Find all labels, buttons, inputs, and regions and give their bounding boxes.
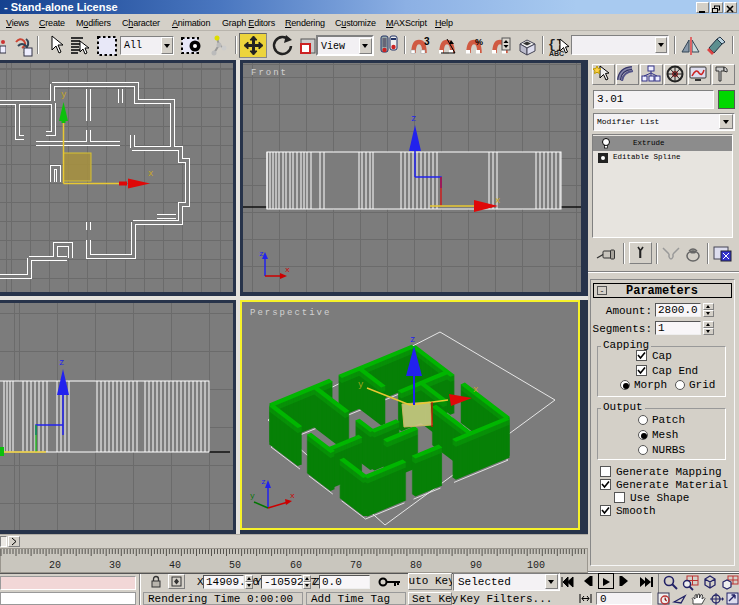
svg-text:x: x <box>148 169 153 179</box>
svg-text:y: y <box>61 90 67 100</box>
svg-text:%: % <box>475 37 483 47</box>
svg-text:50: 50 <box>229 560 241 571</box>
svg-text:z: z <box>410 335 415 345</box>
svg-text:20: 20 <box>49 560 61 571</box>
svg-text:z: z <box>261 477 266 486</box>
svg-text:y: y <box>358 380 364 390</box>
svg-text:100: 100 <box>527 560 545 571</box>
svg-text:z: z <box>59 358 64 368</box>
svg-text:y: y <box>250 491 255 500</box>
svg-text:z: z <box>259 249 264 258</box>
svg-text:x: x <box>473 385 478 395</box>
svg-text:40: 40 <box>169 560 181 571</box>
svg-text:3: 3 <box>424 36 430 47</box>
svg-text:60: 60 <box>290 560 302 571</box>
svg-text:80: 80 <box>410 560 422 571</box>
svg-text:x: x <box>495 196 500 206</box>
svg-text:70: 70 <box>350 560 362 571</box>
svg-text:z: z <box>411 114 416 124</box>
svg-text:x: x <box>285 265 290 274</box>
svg-text:90: 90 <box>470 560 482 571</box>
svg-text:ABC: ABC <box>549 50 564 57</box>
svg-text:x: x <box>290 491 295 500</box>
svg-text:30: 30 <box>109 560 121 571</box>
